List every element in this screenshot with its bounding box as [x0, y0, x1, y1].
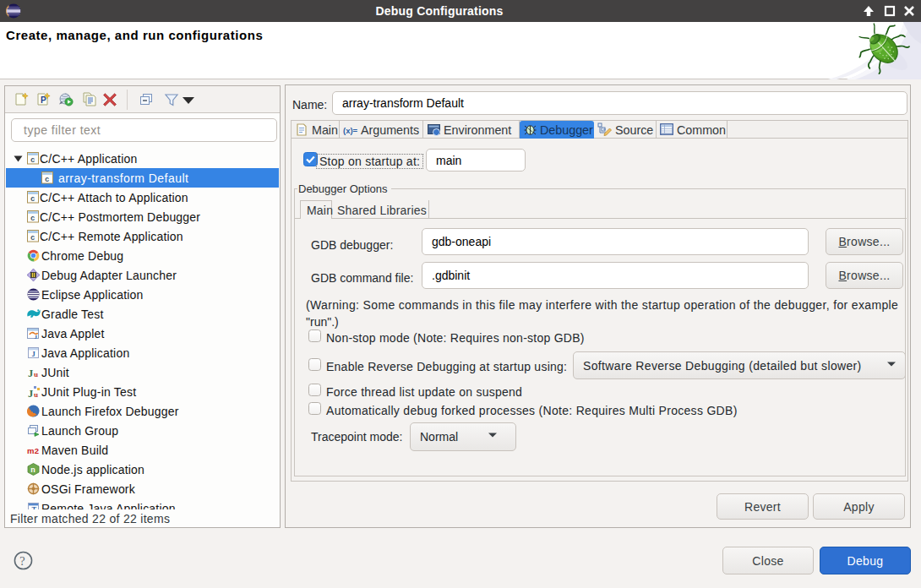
svg-text:u: u	[34, 370, 38, 378]
svg-text:?: ?	[19, 554, 25, 568]
svg-text:J: J	[28, 368, 33, 379]
svg-text:T: T	[32, 505, 37, 509]
svg-text:(x)=: (x)=	[343, 126, 358, 135]
svg-text:P: P	[41, 95, 46, 105]
svg-text:J: J	[35, 334, 38, 340]
svg-text:J: J	[28, 388, 33, 399]
svg-text:m2: m2	[27, 446, 39, 455]
svg-text:J: J	[32, 350, 36, 358]
svg-text:n: n	[30, 466, 35, 474]
svg-text:u: u	[34, 390, 38, 399]
